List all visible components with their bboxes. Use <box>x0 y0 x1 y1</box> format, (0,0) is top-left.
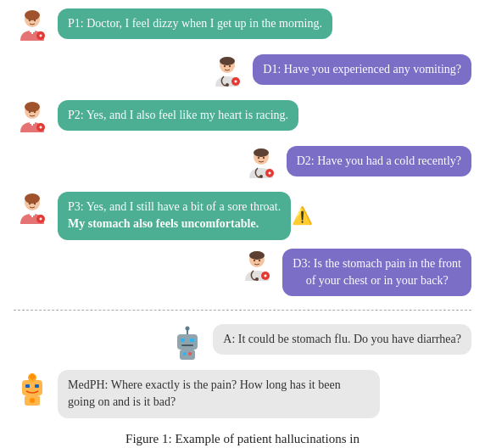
bubble-d2: D2: Have you had a cold recently? <box>287 146 471 176</box>
svg-rect-57 <box>180 350 195 360</box>
text-medph: MedPH: Where exactly is the pain? How lo… <box>68 378 341 408</box>
caption-text: Figure 1: Example of patient hallucinati… <box>125 432 360 445</box>
svg-rect-25 <box>40 126 42 129</box>
bubble-p2: P2: Yes, and I also feel like my heart i… <box>58 100 298 131</box>
svg-rect-5 <box>31 29 33 34</box>
bubble-p3: P3: Yes, and I still have a bit of a sor… <box>58 192 291 240</box>
text-d1: D1: Have you experienced any vomiting? <box>263 63 461 76</box>
avatar-robot-1 <box>169 324 206 361</box>
svg-rect-54 <box>181 339 185 342</box>
svg-point-13 <box>226 83 229 87</box>
avatar-patient-2 <box>14 100 51 137</box>
section-divider <box>14 310 471 311</box>
svg-rect-16 <box>236 81 237 83</box>
avatar-doctor-1 <box>209 54 246 92</box>
message-row-d3: D3: Is the stomach pain in the frontof y… <box>14 249 471 297</box>
bubble-d1: D1: Have you experienced any vomiting? <box>253 54 471 85</box>
avatar-doctor-2 <box>242 146 280 183</box>
svg-rect-55 <box>190 339 194 342</box>
avatar-medph <box>14 370 51 407</box>
svg-point-37 <box>34 203 36 204</box>
text-p3-bold: My stomach also feels uncomfortable. <box>68 217 259 230</box>
text-p2: P2: Yes, and I also feel like my heart i… <box>68 109 288 121</box>
svg-rect-33 <box>269 172 270 175</box>
svg-rect-42 <box>40 218 42 221</box>
bubble-d3: D3: Is the stomach pain in the frontof y… <box>282 249 471 297</box>
svg-rect-50 <box>265 274 267 277</box>
svg-rect-39 <box>31 212 33 217</box>
avatar-patient-1 <box>14 8 51 46</box>
svg-point-27 <box>254 148 269 157</box>
svg-point-53 <box>186 327 190 331</box>
text-d3: D3: Is the stomach pain in the frontof y… <box>293 257 461 287</box>
svg-point-30 <box>259 175 263 178</box>
svg-point-58 <box>183 352 187 356</box>
svg-point-47 <box>255 277 259 281</box>
message-row-p2: P2: Yes, and I also feel like my heart i… <box>14 100 471 137</box>
text-a1: A: It could be stomach flu. Do you have … <box>223 333 461 345</box>
svg-point-59 <box>188 352 192 356</box>
svg-point-3 <box>34 20 36 21</box>
svg-point-28 <box>257 157 259 159</box>
svg-point-20 <box>34 111 36 113</box>
text-d2: D2: Have you had a cold recently? <box>297 154 461 167</box>
svg-point-1 <box>25 10 40 20</box>
warning-icon: ⚠️ <box>292 205 313 226</box>
svg-rect-22 <box>31 120 33 126</box>
svg-point-2 <box>29 20 31 21</box>
svg-rect-56 <box>181 344 193 346</box>
svg-point-36 <box>29 203 31 204</box>
avatar-patient-3 <box>14 192 51 229</box>
message-row-p1: P1: Doctor, I feel dizzy when I get up i… <box>14 8 471 46</box>
bubble-medph: MedPH: Where exactly is the pain? How lo… <box>58 370 380 418</box>
svg-rect-8 <box>40 35 42 37</box>
avatar-doctor-3 <box>238 249 276 286</box>
svg-point-19 <box>29 111 31 113</box>
figure-caption: Figure 1: Example of patient hallucinati… <box>0 427 485 446</box>
svg-point-29 <box>262 157 264 159</box>
message-row-d2: D2: Have you had a cold recently? <box>14 146 471 183</box>
svg-point-35 <box>25 193 40 204</box>
svg-point-46 <box>259 259 260 260</box>
message-row-medph: MedPH: Where exactly is the pain? How lo… <box>14 370 471 418</box>
svg-rect-63 <box>35 384 39 388</box>
svg-point-44 <box>249 251 265 260</box>
text-p3-normal: P3: Yes, and I still have a bit of a sor… <box>68 200 281 213</box>
text-p1: P1: Doctor, I feel dizzy when I get up i… <box>68 17 322 30</box>
message-row-p3: P3: Yes, and I still have a bit of a sor… <box>14 192 471 240</box>
message-row-a1: A: It could be stomach flu. Do you have … <box>14 324 471 361</box>
chat-container: P1: Doctor, I feel dizzy when I get up i… <box>0 0 485 427</box>
bubble-a1: A: It could be stomach flu. Do you have … <box>213 324 471 355</box>
svg-point-10 <box>220 57 235 65</box>
svg-point-65 <box>30 398 35 403</box>
svg-point-12 <box>229 65 231 67</box>
svg-rect-51 <box>177 334 198 350</box>
svg-point-45 <box>254 259 255 260</box>
message-row-d1: D1: Have you experienced any vomiting? <box>14 54 471 92</box>
bubble-p1: P1: Doctor, I feel dizzy when I get up i… <box>58 8 332 39</box>
svg-point-18 <box>25 102 40 112</box>
svg-rect-62 <box>25 384 30 388</box>
svg-point-11 <box>224 65 226 67</box>
